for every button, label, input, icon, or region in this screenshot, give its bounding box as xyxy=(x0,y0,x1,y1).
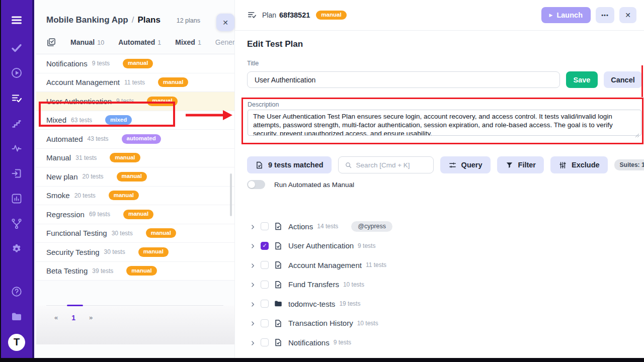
suite-row[interactable]: ✓ Fund Transfers 10 tests xyxy=(247,275,642,295)
tests-matched-button[interactable]: 9 tests matched xyxy=(247,156,332,173)
plan-list: Notifications 9 tests manual Account Man… xyxy=(36,54,234,281)
suite-checkbox[interactable]: ✓ xyxy=(261,338,269,346)
suite-checkbox[interactable]: ✓ xyxy=(261,242,269,250)
plan-row[interactable]: Automated 43 tests automated xyxy=(36,130,234,149)
plan-row[interactable]: Beta Testing 39 tests manual xyxy=(36,262,234,281)
settings-gear-icon[interactable] xyxy=(10,242,24,256)
plan-type-label: Plan xyxy=(262,11,276,19)
breadcrumb-project[interactable]: Mobile Banking App xyxy=(46,15,128,25)
test-plans-icon[interactable] xyxy=(10,91,24,105)
suite-file-icon xyxy=(274,319,283,328)
more-options-button[interactable]: ••• xyxy=(596,7,614,23)
plan-row[interactable]: Smoke 20 tests manual xyxy=(36,187,234,206)
plans-tab[interactable]: Manual 10 xyxy=(70,38,104,46)
chevron-right-icon[interactable] xyxy=(250,223,256,230)
pagination-active-indicator xyxy=(67,305,83,306)
plans-tab[interactable]: Automated 1 xyxy=(118,38,161,46)
suite-file-icon xyxy=(274,260,283,269)
description-textarea[interactable]: The User Authentication Test Plan ensure… xyxy=(248,110,641,136)
page-title: Plans xyxy=(138,15,160,25)
plan-detail-panel: Plan 68f38521 manual ▶ Launch ••• ✕ Edit… xyxy=(234,0,644,358)
tests-toolbar: 9 tests matched Query Filter Exclude xyxy=(247,156,642,173)
run-automated-toggle[interactable] xyxy=(247,180,265,189)
suite-file-icon xyxy=(274,338,283,347)
plan-row[interactable]: User Authentication 9 tests manual xyxy=(36,92,234,111)
description-label: Description xyxy=(248,101,642,108)
suite-row[interactable]: ✓ xyxy=(247,352,642,358)
pagination: « 1 » xyxy=(36,306,234,344)
suite-checkbox[interactable]: ✓ xyxy=(261,300,269,308)
plan-type-badge: manual xyxy=(126,266,156,276)
check-icon[interactable] xyxy=(10,41,24,55)
chevron-right-icon[interactable] xyxy=(250,320,256,326)
select-plans-icon[interactable] xyxy=(46,37,56,47)
plans-tab[interactable]: Gener xyxy=(215,38,234,46)
plan-list-check-icon xyxy=(247,10,257,20)
app-root: T Mobile Banking App / Plans 12 plans Ma… xyxy=(0,0,644,358)
plan-type-badge: manual xyxy=(123,59,153,68)
plan-type-badge: mixed xyxy=(105,115,132,125)
query-button[interactable]: Query xyxy=(440,156,491,173)
plan-row[interactable]: Mixed 63 tests mixed xyxy=(36,111,234,130)
projects-folder-icon[interactable] xyxy=(10,310,24,324)
plan-row[interactable]: Security Testing 30 tests manual xyxy=(36,243,234,262)
plan-row[interactable]: Notifications 9 tests manual xyxy=(36,54,234,73)
title-label: Title xyxy=(247,60,642,67)
help-icon[interactable] xyxy=(10,285,24,299)
pagination-last-button[interactable]: » xyxy=(89,314,93,321)
chevron-right-icon[interactable] xyxy=(250,339,256,346)
plans-close-button[interactable]: ✕ xyxy=(216,14,234,31)
branch-icon[interactable] xyxy=(10,217,24,231)
pagination-page-1[interactable]: 1 xyxy=(71,314,75,322)
suite-row[interactable]: ✓ Notifications 9 tests xyxy=(247,333,642,352)
breadcrumb-separator: / xyxy=(132,15,134,25)
search-box xyxy=(338,156,434,173)
chevron-right-icon[interactable] xyxy=(250,262,256,268)
import-run-icon[interactable] xyxy=(10,166,24,180)
title-input[interactable] xyxy=(247,71,560,88)
plan-row[interactable]: Functional Testing 30 tests manual xyxy=(36,224,234,243)
launch-play-icon: ▶ xyxy=(549,13,553,18)
activity-icon[interactable] xyxy=(10,141,24,155)
plan-row[interactable]: Regression 69 tests manual xyxy=(36,205,234,224)
pagination-first-button[interactable]: « xyxy=(54,314,58,321)
suite-row[interactable]: ✓ Account Management 11 tests xyxy=(247,255,642,275)
cancel-button[interactable]: Cancel xyxy=(604,71,642,88)
save-button[interactable]: Save xyxy=(566,71,598,88)
reports-icon[interactable] xyxy=(10,192,24,206)
suite-row[interactable]: ✓ Actions 14 tests @cypress xyxy=(247,217,642,236)
suite-row[interactable]: ✓ todomvc-tests 19 tests xyxy=(247,294,642,314)
plan-row[interactable]: Manual 31 tests manual xyxy=(36,149,234,168)
plans-count: 12 plans xyxy=(170,17,200,24)
suite-checkbox[interactable]: ✓ xyxy=(261,319,269,327)
plans-tab[interactable]: Mixed 1 xyxy=(175,38,201,46)
plan-type-badge: automated xyxy=(122,134,161,144)
suite-checkbox[interactable]: ✓ xyxy=(261,281,269,289)
plan-type-badge: manual xyxy=(138,247,169,257)
plans-scrollbar[interactable] xyxy=(230,173,232,216)
exclude-button[interactable]: Exclude xyxy=(550,156,608,173)
plan-type-badge: manual xyxy=(158,77,188,87)
steps-icon[interactable] xyxy=(10,116,24,130)
search-input[interactable] xyxy=(356,161,427,169)
launch-button[interactable]: ▶ Launch xyxy=(541,7,591,23)
filter-button[interactable]: Filter xyxy=(497,156,544,173)
suite-row[interactable]: ✓ User Authentication 9 tests xyxy=(247,236,642,256)
play-circle-icon[interactable] xyxy=(10,66,24,80)
plan-id: 68f38521 xyxy=(279,11,310,19)
suite-checkbox[interactable]: ✓ xyxy=(261,222,269,230)
chevron-right-icon[interactable] xyxy=(250,301,256,307)
suite-list: ✓ Actions 14 tests @cypress ✓ User Authe… xyxy=(247,217,642,358)
run-automated-label: Run Automated as Manual xyxy=(274,181,354,189)
suite-checkbox[interactable]: ✓ xyxy=(261,261,269,269)
panel-close-button[interactable]: ✕ xyxy=(619,7,636,23)
plans-tabs: Manual 10 Automated 1 Mixed 1 Gener xyxy=(36,37,234,54)
menu-icon[interactable] xyxy=(9,12,25,28)
suite-row[interactable]: ✓ Transaction History 10 tests xyxy=(247,314,642,333)
chevron-right-icon[interactable] xyxy=(250,242,256,249)
app-logo[interactable]: T xyxy=(8,334,25,351)
plan-type-badge: manual xyxy=(110,153,140,162)
chevron-right-icon[interactable] xyxy=(250,281,256,288)
plan-row[interactable]: Account Management 11 tests manual xyxy=(36,73,234,93)
plan-row[interactable]: New plan 20 tests manual xyxy=(36,167,234,187)
